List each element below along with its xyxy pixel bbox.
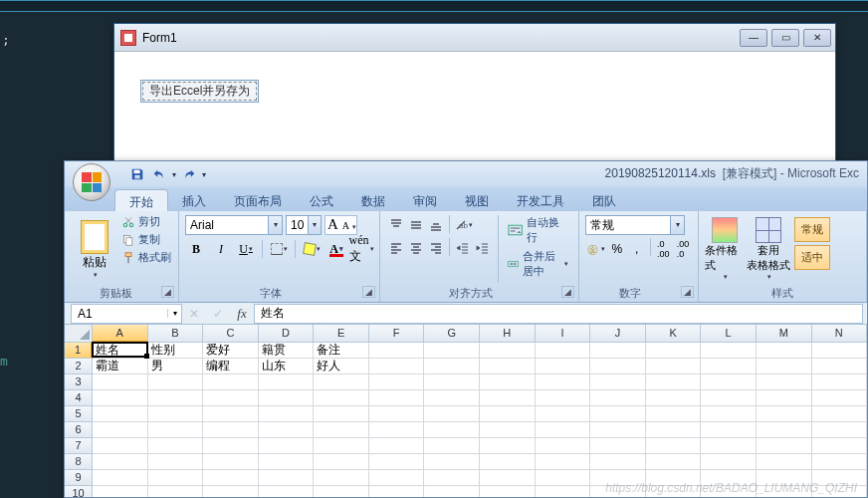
cell[interactable] bbox=[757, 359, 812, 374]
column-header[interactable]: F bbox=[369, 325, 425, 343]
tab-开始[interactable]: 开始 bbox=[114, 189, 168, 211]
cell[interactable] bbox=[203, 454, 259, 470]
orientation-button[interactable]: ab▾ bbox=[453, 215, 473, 235]
cell[interactable] bbox=[93, 454, 148, 470]
accounting-format-button[interactable]: ㊎▾ bbox=[585, 238, 606, 260]
cell[interactable] bbox=[203, 486, 259, 497]
column-header[interactable]: H bbox=[480, 325, 536, 343]
row-header[interactable]: 4 bbox=[65, 390, 93, 406]
decrease-decimal-button[interactable]: .00.0 bbox=[674, 238, 692, 260]
cell-style-neutral[interactable]: 适中 bbox=[794, 245, 830, 270]
cell[interactable] bbox=[93, 374, 148, 390]
paste-button[interactable]: 粘贴 ▾ bbox=[75, 213, 114, 285]
fill-color-button[interactable]: ▾ bbox=[301, 238, 323, 260]
row-header[interactable]: 3 bbox=[65, 374, 93, 390]
qat-customize-dropdown[interactable]: ▾ bbox=[202, 170, 206, 179]
cancel-formula-icon[interactable]: ✕ bbox=[184, 304, 204, 324]
cell[interactable] bbox=[148, 438, 204, 454]
column-header[interactable]: I bbox=[536, 325, 591, 343]
column-header[interactable]: A bbox=[93, 325, 148, 343]
cut-button[interactable]: 剪切 bbox=[118, 213, 174, 230]
font-size-combo[interactable]: 10 ▾ bbox=[286, 215, 322, 235]
tab-开发工具[interactable]: 开发工具 bbox=[503, 189, 578, 211]
cell[interactable] bbox=[590, 343, 646, 359]
cell[interactable] bbox=[424, 343, 480, 359]
alignment-dialog-launcher[interactable]: ◢ bbox=[561, 286, 574, 298]
close-button[interactable]: ✕ bbox=[803, 29, 831, 47]
cell[interactable] bbox=[369, 454, 425, 470]
cell[interactable] bbox=[812, 454, 867, 470]
font-name-combo[interactable]: Arial ▾ bbox=[185, 215, 283, 235]
row-header[interactable]: 10 bbox=[65, 486, 93, 497]
number-dialog-launcher[interactable]: ◢ bbox=[681, 286, 694, 298]
cell[interactable] bbox=[314, 422, 369, 438]
cell[interactable] bbox=[757, 470, 812, 486]
cell[interactable] bbox=[757, 454, 812, 470]
cell[interactable] bbox=[314, 470, 369, 486]
cell[interactable] bbox=[259, 406, 315, 422]
border-button[interactable]: ▾ bbox=[268, 238, 290, 260]
cell[interactable] bbox=[480, 422, 536, 438]
cell[interactable] bbox=[590, 406, 646, 422]
cell[interactable]: 爱好 bbox=[203, 343, 259, 359]
cell[interactable] bbox=[757, 422, 812, 438]
italic-button[interactable]: I bbox=[210, 238, 232, 260]
cell[interactable] bbox=[314, 438, 369, 454]
cell[interactable] bbox=[757, 486, 812, 497]
increase-indent-button[interactable] bbox=[473, 238, 493, 258]
align-bottom-button[interactable] bbox=[426, 215, 446, 235]
cell[interactable] bbox=[536, 438, 591, 454]
row-header[interactable]: 9 bbox=[65, 470, 93, 486]
row-header[interactable]: 7 bbox=[65, 438, 93, 454]
cell[interactable] bbox=[369, 470, 425, 486]
cell[interactable]: 编程 bbox=[203, 359, 259, 374]
column-header[interactable]: G bbox=[424, 325, 480, 343]
name-box[interactable]: A1 ▾ bbox=[71, 304, 182, 324]
bold-button[interactable]: B bbox=[185, 238, 207, 260]
cell[interactable] bbox=[480, 486, 536, 497]
cell[interactable] bbox=[590, 374, 646, 390]
cell[interactable]: 男 bbox=[148, 359, 204, 374]
cell[interactable] bbox=[93, 438, 148, 454]
undo-icon[interactable] bbox=[150, 165, 168, 183]
cell[interactable] bbox=[701, 343, 757, 359]
cell[interactable] bbox=[259, 454, 315, 470]
cell[interactable] bbox=[536, 486, 591, 497]
cell[interactable] bbox=[646, 486, 702, 497]
column-header[interactable]: K bbox=[646, 325, 702, 343]
column-header[interactable]: D bbox=[259, 325, 315, 343]
cell[interactable] bbox=[590, 486, 646, 497]
cell[interactable] bbox=[757, 374, 812, 390]
cell[interactable] bbox=[536, 406, 591, 422]
cell[interactable] bbox=[812, 486, 867, 497]
cell[interactable] bbox=[93, 422, 148, 438]
cell[interactable] bbox=[590, 454, 646, 470]
spreadsheet-grid[interactable]: ABCDEFGHIJKLMN 12345678910 姓名性别爱好籍贯备注霸道男… bbox=[65, 325, 867, 497]
column-header[interactable]: B bbox=[148, 325, 204, 343]
cell[interactable] bbox=[424, 470, 480, 486]
cell[interactable] bbox=[701, 470, 757, 486]
cell[interactable]: 性别 bbox=[148, 343, 204, 359]
merge-center-button[interactable]: 合并后居中▾ bbox=[502, 247, 574, 281]
cell[interactable] bbox=[480, 390, 536, 406]
column-header[interactable]: E bbox=[314, 325, 369, 343]
cell[interactable] bbox=[424, 422, 480, 438]
row-headers[interactable]: 12345678910 bbox=[65, 343, 93, 497]
cell[interactable] bbox=[590, 422, 646, 438]
column-header[interactable]: C bbox=[203, 325, 259, 343]
enter-formula-icon[interactable]: ✓ bbox=[208, 304, 228, 324]
cell[interactable] bbox=[93, 406, 148, 422]
cell[interactable] bbox=[812, 390, 867, 406]
cell[interactable] bbox=[480, 454, 536, 470]
cell[interactable] bbox=[369, 343, 425, 359]
cell[interactable] bbox=[646, 374, 702, 390]
cell[interactable] bbox=[480, 470, 536, 486]
insert-function-button[interactable]: fx bbox=[232, 304, 252, 324]
cell[interactable] bbox=[590, 470, 646, 486]
tab-插入[interactable]: 插入 bbox=[168, 189, 220, 211]
align-left-button[interactable] bbox=[386, 238, 406, 258]
cell[interactable] bbox=[203, 438, 259, 454]
cell[interactable] bbox=[259, 486, 315, 497]
cell[interactable] bbox=[701, 486, 757, 497]
copy-button[interactable]: 复制 bbox=[118, 231, 174, 248]
